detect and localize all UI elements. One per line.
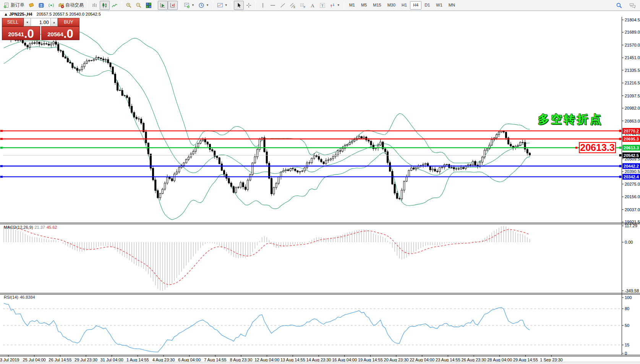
search-icon (616, 2, 622, 9)
macd-panel[interactable] (4, 226, 530, 291)
timeframe-button-mn[interactable]: MN (446, 1, 458, 10)
text-button[interactable]: A (308, 1, 318, 10)
level-line-left-anchor[interactable] (0, 138, 3, 140)
candle-body (266, 152, 267, 163)
arrows-button[interactable]: ▼ (327, 1, 342, 10)
axis-tick-label: 50 (625, 323, 629, 328)
level-line-left-anchor[interactable] (0, 176, 3, 178)
bollinger-bands (4, 31, 530, 220)
candle-body (39, 42, 40, 44)
candle-body (122, 91, 123, 95)
timeframe-button-w1[interactable]: W1 (433, 1, 446, 10)
candle-body (403, 181, 405, 190)
candle-body (524, 142, 526, 149)
buy-price-frac: .0 (63, 28, 73, 39)
level-line-left-anchor[interactable] (0, 165, 3, 167)
candle-body (306, 163, 308, 168)
toolbar-separator (344, 1, 344, 9)
candle-body (325, 160, 327, 164)
hline-button[interactable] (268, 1, 278, 10)
new-order-button[interactable]: 新订单 (2, 1, 26, 10)
search-button[interactable] (614, 1, 624, 10)
volume-decrease-button[interactable]: ▼ (24, 18, 31, 26)
candle-body (368, 140, 369, 141)
candle-body (209, 144, 211, 150)
level-line-left-anchor[interactable] (0, 147, 3, 149)
toolbar-right-icons (614, 1, 638, 10)
rsi-panel[interactable] (3, 303, 622, 352)
candle-body (136, 117, 137, 119)
candle-body (110, 63, 111, 67)
chart-shift-button[interactable] (168, 1, 178, 10)
cursor-button[interactable] (234, 1, 244, 10)
candle-body (392, 171, 393, 184)
chart-surface[interactable]: 21804.521689.021570.021451.021335.521216… (0, 11, 640, 364)
candle-body (157, 191, 159, 198)
candle-body (472, 161, 474, 165)
rsi-line (4, 303, 530, 352)
channel-button[interactable]: E (288, 1, 298, 10)
new-chart-button[interactable]: ▼ (182, 1, 196, 10)
timeframe-button-h4[interactable]: H4 (410, 1, 421, 10)
candle-body (280, 172, 282, 177)
history-button[interactable] (26, 1, 36, 10)
macd-indicator-label: MACD(12,26,9)21.3745.62 (4, 225, 57, 230)
buy-price-button[interactable]: 20564.0 (41, 26, 79, 40)
indicators-button[interactable]: ▼ (215, 1, 230, 10)
timeframe-button-m30[interactable]: M30 (384, 1, 399, 10)
window-collapse-icon[interactable]: ▲ (4, 12, 8, 16)
timeframe-button-m1[interactable]: M1 (346, 1, 358, 10)
bar-chart-button[interactable] (90, 1, 100, 10)
trendline-button[interactable] (278, 1, 288, 10)
tile-windows-button[interactable] (144, 1, 154, 10)
volume-increase-button[interactable]: ▲ (50, 18, 58, 26)
timeframe-button-m15[interactable]: M15 (370, 1, 384, 10)
vline-button[interactable] (258, 1, 268, 10)
hline-icon (270, 2, 276, 8)
candle-body (415, 168, 417, 169)
candle-body (410, 168, 412, 171)
candle-body (152, 168, 154, 180)
zoom-out-button[interactable] (134, 1, 144, 10)
arrows-icon (329, 2, 335, 8)
text-label-button[interactable]: T (318, 1, 327, 10)
candle-body (141, 119, 142, 123)
candle-body (102, 59, 104, 60)
candle-body (332, 157, 334, 159)
svg-text:A: A (311, 2, 314, 8)
candle-chart-button[interactable] (100, 1, 110, 10)
key-level-price-label[interactable]: 20613.3 (579, 142, 616, 153)
main-chart-panel[interactable] (3, 31, 622, 220)
timeframe-button-m5[interactable]: M5 (358, 1, 370, 10)
chat-button[interactable] (627, 1, 638, 10)
autotrade-button[interactable]: 自动交易 (56, 1, 86, 10)
new-order-button-label: 新订单 (11, 2, 24, 8)
candle-body (304, 168, 305, 171)
buy-button[interactable]: BUY (58, 18, 79, 26)
candle-body (458, 169, 459, 169)
broadcast-button[interactable] (46, 1, 56, 10)
candle-body (439, 167, 441, 171)
candle-body (204, 139, 206, 142)
sell-price-button[interactable]: 20541.0 (2, 26, 40, 40)
candle-body (245, 187, 246, 189)
axis-tick-label: 21216.5 (625, 81, 640, 85)
volume-input[interactable] (31, 18, 50, 26)
fibonacci-button[interactable]: F (298, 1, 308, 10)
timeframe-button-d1[interactable]: D1 (421, 1, 433, 10)
candle-body (126, 95, 128, 97)
axis-tick-label: 21570.0 (625, 43, 640, 47)
line-chart-button[interactable] (110, 1, 120, 10)
candle-body (347, 145, 348, 146)
timeframe-button-h1[interactable]: H1 (399, 1, 410, 10)
auto-scroll-button[interactable] (158, 1, 168, 10)
candle-body (81, 67, 83, 70)
community-button[interactable] (36, 1, 46, 10)
zoom-in-button[interactable] (124, 1, 134, 10)
level-line-left-anchor[interactable] (0, 130, 3, 132)
crosshair-button[interactable] (244, 1, 254, 10)
candle-body (145, 132, 147, 143)
toolbar-separator (122, 1, 122, 9)
periods-button[interactable]: ▼ (196, 1, 211, 10)
sell-button[interactable]: SELL (2, 18, 24, 26)
